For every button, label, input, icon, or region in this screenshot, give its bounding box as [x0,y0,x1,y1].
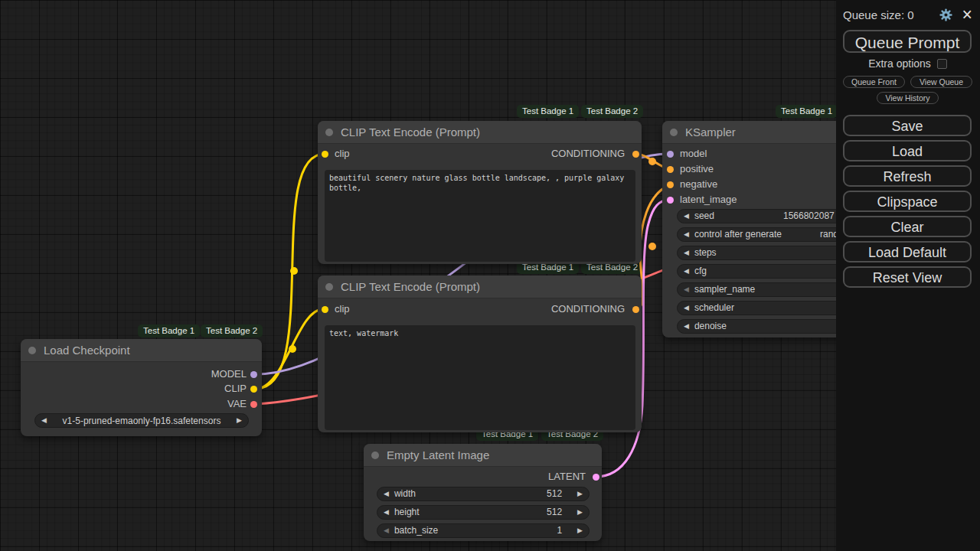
widget-value: 512 [547,507,562,517]
link-midpoint-dot [648,158,656,165]
widget-label: height [394,507,420,517]
load-default-button[interactable]: Load Default [843,241,972,262]
link-midpoint-dot [289,345,296,353]
arrow-left-icon[interactable]: ◀ [684,305,689,311]
view-queue-button[interactable]: View Queue [910,76,972,88]
node-load-checkpoint[interactable]: Load Checkpoint MODEL CLIP VAE ◀ v1-5-pr… [21,339,262,436]
output-label-conditioning: CONDITIONING [551,148,625,160]
node-status-icon [371,452,379,459]
arrow-right-icon[interactable]: ▶ [577,509,583,516]
save-button[interactable]: Save [843,115,972,136]
extra-options-checkbox[interactable] [937,59,947,69]
widget-label: steps [694,247,717,258]
prompt-text-widget[interactable]: text, watermark [325,325,635,430]
node-title: Load Checkpoint [44,344,130,357]
input-port-latent-image[interactable] [667,197,674,204]
close-icon[interactable]: × [962,8,972,21]
node-title: Empty Latent Image [387,448,489,461]
clear-button[interactable]: Clear [843,216,972,237]
input-label-clip: clip [335,303,350,315]
arrow-left-icon[interactable]: ◀ [684,213,689,220]
widget-label: width [394,488,416,499]
input-label-positive: positive [680,163,714,175]
settings-gear-icon[interactable] [939,8,952,21]
refresh-button[interactable]: Refresh [843,165,972,187]
input-port-positive[interactable] [667,166,674,173]
input-label-model: model [680,148,707,160]
node-empty-latent-image[interactable]: Empty Latent Image LATENT ◀ width 512 ▶ … [364,444,602,541]
arrow-right-icon[interactable]: ▶ [577,491,583,497]
node-graph-canvas[interactable]: Test Badge 1 Test Badge 2 Test Badge 1 T… [0,0,980,551]
output-label-clip: CLIP [224,383,247,395]
node-title-bar[interactable]: CLIP Text Encode (Prompt) [318,121,642,144]
link-midpoint-dot [648,243,656,250]
arrow-right-icon[interactable]: ▶ [237,417,242,424]
node-title-bar[interactable]: Empty Latent Image [364,444,602,467]
wire-clip-to-positive [256,154,325,389]
output-port-conditioning[interactable] [632,151,639,158]
link-midpoint-dot [290,267,298,275]
arrow-left-icon[interactable]: ◀ [384,527,389,534]
input-label-latent-image: latent_image [680,194,737,206]
node-title: CLIP Text Encode (Prompt) [341,280,480,293]
ckpt-name-widget[interactable]: ◀ v1-5-pruned-emaonly-fp16.safetensors ▶ [34,413,249,428]
arrow-left-icon[interactable]: ◀ [41,417,47,424]
arrow-left-icon[interactable]: ◀ [684,249,689,256]
input-port-model[interactable] [667,151,674,158]
node-status-icon [325,129,333,136]
widget-value: 1566802087 [783,210,835,221]
input-label-negative: negative [680,178,717,191]
menu-panel: Queue size: 0 × Queue Prompt Extra optio… [836,0,980,551]
widget-label: denoise [694,321,727,331]
input-port-clip[interactable] [322,151,328,158]
height-widget[interactable]: ◀ height 512 ▶ [377,505,590,520]
node-clip-text-encode-positive[interactable]: CLIP Text Encode (Prompt) clip CONDITION… [318,121,642,264]
widget-label: batch_size [394,525,438,536]
width-widget[interactable]: ◀ width 512 ▶ [377,487,590,501]
node-status-icon [670,129,678,136]
widget-value: 1 [557,525,562,536]
node-status-icon [325,283,333,291]
arrow-right-icon[interactable]: ▶ [577,527,583,534]
node-title: KSampler [685,126,736,139]
widget-label: scheduler [694,302,734,313]
queue-size-label: Queue size: 0 [843,8,939,21]
input-port-negative[interactable] [667,181,674,188]
node-title-bar[interactable]: Load Checkpoint [21,339,262,362]
node-clip-text-encode-negative[interactable]: CLIP Text Encode (Prompt) clip CONDITION… [318,276,642,432]
output-label-conditioning: CONDITIONING [551,303,625,315]
input-port-clip[interactable] [322,306,328,313]
queue-prompt-button[interactable]: Queue Prompt [843,30,972,53]
reset-view-button[interactable]: Reset View [843,266,972,288]
arrow-left-icon[interactable]: ◀ [684,323,689,330]
output-label-vae: VAE [227,398,247,410]
input-label-clip: clip [335,148,350,160]
widget-label: cfg [694,266,707,276]
arrow-left-icon[interactable]: ◀ [684,231,689,238]
output-label-latent: LATENT [548,471,586,483]
batch-size-widget[interactable]: ◀ batch_size 1 ▶ [377,523,590,538]
arrow-left-icon[interactable]: ◀ [684,286,689,293]
output-port-model[interactable] [250,371,257,378]
arrow-left-icon[interactable]: ◀ [384,509,389,516]
clipspace-button[interactable]: Clipspace [843,191,972,212]
extra-options-label: Extra options [868,57,931,70]
output-port-clip[interactable] [250,386,257,393]
view-history-button[interactable]: View History [877,92,938,104]
output-port-conditioning[interactable] [632,306,639,313]
node-status-icon [28,347,36,354]
node-title-bar[interactable]: CLIP Text Encode (Prompt) [318,276,642,298]
node-title: CLIP Text Encode (Prompt) [341,126,480,139]
output-port-latent[interactable] [593,474,599,481]
arrow-left-icon[interactable]: ◀ [384,491,389,497]
arrow-left-icon[interactable]: ◀ [684,268,689,275]
widget-label: control after generate [694,229,782,240]
prompt-text-widget[interactable]: beautiful scenery nature glass bottle la… [325,170,635,262]
ckpt-name-value: v1-5-pruned-emaonly-fp16.safetensors [58,416,226,426]
output-port-vae[interactable] [250,401,257,408]
widget-label: seed [694,210,714,221]
output-label-model: MODEL [211,368,247,380]
load-button[interactable]: Load [843,140,972,161]
widget-label: sampler_name [694,284,755,295]
queue-front-button[interactable]: Queue Front [843,76,905,88]
